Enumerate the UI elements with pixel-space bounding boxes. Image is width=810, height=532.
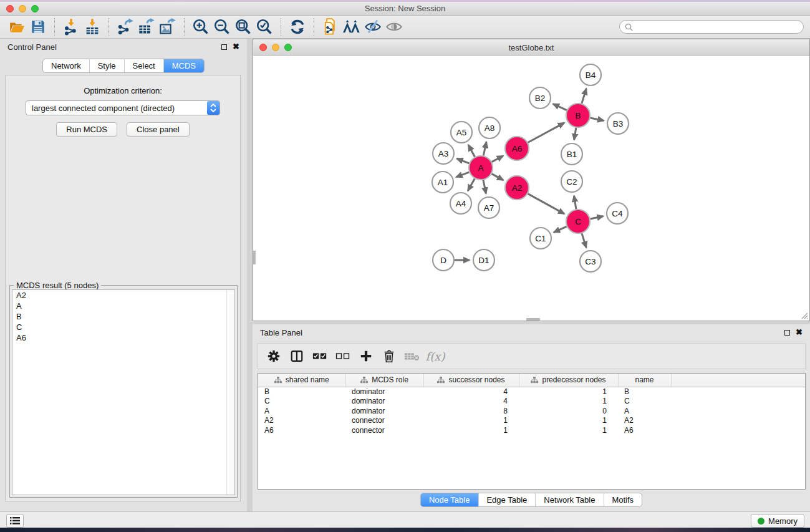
tab-node-table[interactable]: Node Table [421, 493, 478, 506]
run-mcds-button[interactable]: Run MCDS [56, 122, 117, 137]
table-cell[interactable]: A [618, 406, 671, 416]
graph-edge-C-C3[interactable] [582, 233, 586, 248]
search-field[interactable] [619, 20, 804, 34]
close-window-button[interactable] [6, 5, 14, 12]
export-network-button[interactable] [115, 17, 136, 36]
column-header-successor-nodes[interactable]: successor nodes [423, 374, 519, 387]
import-network-button[interactable] [60, 17, 82, 36]
close-panel-button[interactable]: Close panel [127, 122, 190, 137]
add-column-button[interactable] [357, 347, 375, 365]
table-row[interactable]: A6connector11A6 [258, 425, 805, 435]
table-row[interactable]: Bdominator41B [258, 387, 805, 397]
mcds-result-item[interactable]: B [12, 311, 234, 322]
close-table-panel-icon[interactable]: ✖ [796, 329, 803, 336]
graph-edge-A-A8[interactable] [483, 142, 486, 155]
table-cell[interactable]: connector [345, 416, 423, 426]
table-cell[interactable]: dominator [345, 387, 423, 397]
column-header-shared-name[interactable]: shared name [258, 374, 345, 387]
tab-edge-table[interactable]: Edge Table [478, 493, 535, 506]
graph-edge-A2-C[interactable] [528, 194, 565, 214]
open-session-button[interactable] [6, 17, 27, 36]
table-cell[interactable]: 4 [423, 387, 519, 397]
zoom-in-button[interactable] [190, 17, 211, 36]
float-table-panel-icon[interactable] [784, 330, 790, 336]
close-panel-icon[interactable]: ✖ [233, 44, 239, 50]
graph-edge-C-C1[interactable] [554, 226, 567, 232]
mcds-result-item[interactable]: C [12, 322, 234, 332]
column-header-MCDS-role[interactable]: MCDS role [345, 374, 423, 387]
tab-style[interactable]: Style [89, 59, 124, 72]
table-cell[interactable]: 1 [519, 425, 618, 435]
table-cell[interactable]: 8 [423, 406, 519, 416]
list-scrollbar[interactable] [226, 290, 234, 495]
vertical-scroll-nub[interactable] [253, 251, 256, 264]
table-cell[interactable]: B [258, 387, 345, 397]
table-row[interactable]: Adominator80A [258, 406, 805, 416]
mcds-result-item[interactable]: A [12, 301, 234, 311]
zoom-fit-button[interactable] [233, 17, 254, 36]
export-image-button[interactable] [157, 17, 178, 36]
tab-motifs[interactable]: Motifs [603, 493, 642, 506]
graph-edge-B-B3[interactable] [591, 118, 604, 120]
table-cell[interactable]: A [258, 406, 345, 416]
network-canvas[interactable]: AA1A2A3A4A5A6A7A8BB1B2B3B4CC1C2C3C4DD1 [253, 56, 809, 321]
graph-edge-A-A6[interactable] [492, 156, 503, 162]
table-cell[interactable]: 0 [519, 406, 618, 416]
memory-button[interactable]: Memory [751, 514, 804, 528]
zoom-selected-button[interactable] [254, 17, 275, 36]
table-cell[interactable]: 4 [423, 397, 519, 407]
table-cell[interactable]: connector [345, 425, 423, 435]
table-row[interactable]: Cdominator41C [258, 397, 805, 407]
graph-edge-C-C4[interactable] [591, 216, 604, 219]
graph-edge-B-B1[interactable] [574, 128, 576, 140]
table-cell[interactable]: A6 [618, 425, 671, 435]
table-cell[interactable]: 1 [423, 416, 519, 426]
table-cell[interactable]: C [618, 397, 671, 407]
table-cell[interactable]: dominator [345, 397, 423, 407]
node-table[interactable]: shared nameMCDS rolesuccessor nodesprede… [258, 373, 806, 490]
mcds-result-item[interactable]: A2 [12, 290, 234, 301]
import-table-button[interactable] [82, 17, 103, 36]
zoom-window-button[interactable] [31, 5, 39, 12]
table-cell[interactable]: 1 [519, 416, 618, 426]
optimization-criterion-dropdown[interactable]: largest connected component (directed) [26, 100, 220, 115]
graph-edge-A-A5[interactable] [468, 145, 475, 157]
save-session-button[interactable] [27, 17, 49, 36]
mcds-result-list[interactable]: A2ABCA6 [12, 289, 235, 495]
task-history-button[interactable] [6, 514, 24, 528]
hide-selected-button[interactable] [362, 17, 383, 36]
graph-edge-A-A4[interactable] [468, 178, 475, 191]
graph-edge-A-A2[interactable] [492, 174, 504, 180]
export-table-button[interactable] [136, 17, 157, 36]
minimize-window-button[interactable] [19, 5, 26, 12]
tab-mcds[interactable]: MCDS [163, 59, 204, 72]
first-neighbors-button[interactable] [341, 17, 362, 36]
delete-column-button[interactable] [380, 347, 398, 365]
zoom-out-button[interactable] [211, 17, 233, 36]
table-cell[interactable]: A2 [618, 416, 671, 426]
float-panel-icon[interactable] [221, 44, 227, 50]
graph-edge-A-A3[interactable] [456, 158, 469, 163]
graph-edge-C-C2[interactable] [574, 196, 576, 210]
new-network-from-selection-button[interactable] [320, 17, 341, 36]
table-cell[interactable]: C [258, 397, 345, 407]
show-all-button[interactable] [383, 17, 405, 36]
column-header-name[interactable]: name [618, 374, 671, 387]
table-cell[interactable]: B [618, 387, 671, 397]
mcds-result-item[interactable]: A6 [12, 332, 234, 343]
table-cell[interactable]: 1 [423, 425, 519, 435]
tab-select[interactable]: Select [124, 59, 163, 72]
deselect-all-button[interactable] [334, 347, 352, 365]
apply-layout-button[interactable] [287, 17, 308, 36]
tab-network-table[interactable]: Network Table [535, 493, 603, 506]
graph-edge-A-A1[interactable] [456, 172, 470, 177]
resize-grip-icon[interactable] [801, 312, 808, 319]
graph-edge-A6-B[interactable] [528, 123, 564, 143]
table-cell[interactable]: 1 [519, 387, 618, 397]
graph-edge-B-B2[interactable] [553, 104, 567, 110]
horizontal-scroll-nub[interactable] [526, 318, 540, 321]
table-settings-button[interactable] [264, 347, 283, 365]
tab-network[interactable]: Network [43, 59, 89, 72]
table-cell[interactable]: A6 [258, 425, 345, 435]
graph-edge-A-A7[interactable] [483, 180, 486, 194]
